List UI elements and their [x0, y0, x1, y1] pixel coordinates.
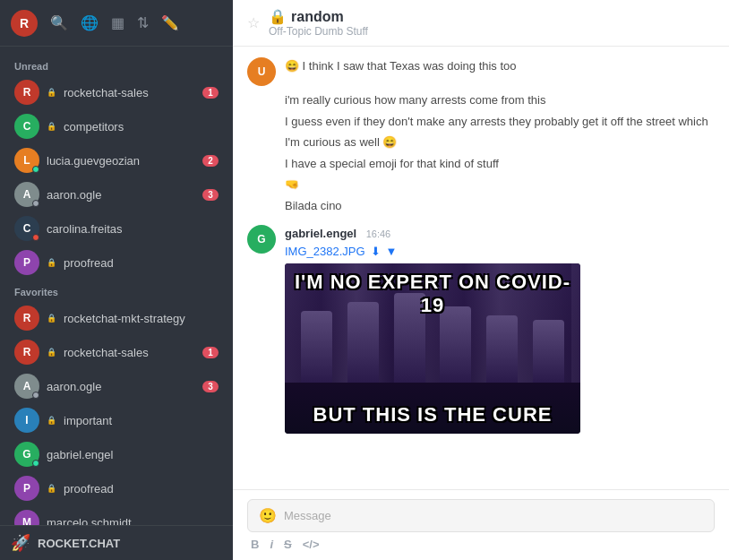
msg-sender: gabriel.engel — [285, 227, 356, 240]
item-name: rocketchat-sales — [64, 86, 195, 99]
lock-icon: 🔒 — [47, 314, 56, 323]
sidebar-item-rocketchat-sales-unread[interactable]: R 🔒 rocketchat-sales 1 — [4, 75, 229, 109]
directory-icon[interactable]: 🌐 — [81, 14, 99, 31]
sidebar-item-rocketchat-sales-fav[interactable]: R 🔒 rocketchat-sales 1 — [4, 335, 229, 369]
item-name: aaron.ogle — [47, 188, 195, 202]
channel-info: 🔒 random Off-Topic Dumb Stuff — [269, 8, 715, 38]
item-name: aaron.ogle — [47, 380, 195, 393]
msg-text: 😄 I think I saw that Texas was doing thi… — [285, 59, 517, 73]
msg-time: 16:46 — [366, 228, 391, 239]
sidebar-item-carolina[interactable]: C carolina.freitas — [4, 211, 229, 246]
image-attachment: IMG_2382.JPG ⬇ ▼ — [285, 245, 715, 434]
simple-msg-3: I guess even if they don't make any arre… — [247, 111, 715, 133]
msg-text: I guess even if they don't make any arre… — [285, 113, 708, 131]
formatting-toolbar: B i S </> — [247, 532, 715, 551]
bold-button[interactable]: B — [251, 538, 259, 551]
sidebar-item-marcelo[interactable]: M marcelo.schmidt — [4, 505, 229, 525]
sidebar-item-important[interactable]: I 🔒 important — [4, 403, 229, 437]
messages-area: U 😄 I think I saw that Texas was doing t… — [233, 47, 729, 489]
message-input[interactable]: Message — [284, 509, 703, 522]
home-icon[interactable]: ▦ — [111, 14, 124, 31]
download-icon[interactable]: ⬇ — [371, 245, 381, 258]
simple-msg-6: 🤜 — [247, 174, 715, 195]
sidebar-header: R 🔍 🌐 ▦ ⇅ ✏️ — [0, 0, 233, 47]
badge: 1 — [202, 347, 219, 358]
msg-text: i'm really curious how many arrests come… — [285, 91, 545, 109]
avatar: C — [14, 216, 39, 241]
avatar: R — [14, 340, 39, 365]
simple-msg-5: I have a special emoji for that kind of … — [247, 153, 715, 175]
lock-icon: 🔒 — [47, 122, 56, 131]
chat-header: ☆ 🔒 random Off-Topic Dumb Stuff — [233, 0, 729, 47]
italic-button[interactable]: i — [270, 538, 273, 551]
main-area: ☆ 🔒 random Off-Topic Dumb Stuff U 😄 I th… — [233, 0, 729, 560]
lock-icon: 🔒 — [47, 88, 56, 97]
badge: 2 — [202, 155, 219, 167]
emoji-button[interactable]: 🙂 — [259, 507, 277, 524]
image-message-group: G gabriel.engel 16:46 IMG_2382.JPG ⬇ ▼ — [247, 225, 715, 434]
item-name: important — [64, 414, 219, 427]
badge: 3 — [202, 189, 219, 201]
strikethrough-button[interactable]: S — [284, 538, 292, 551]
sidebar-item-lucia[interactable]: L lucia.guevgeozian 2 — [4, 143, 229, 177]
lock-icon: 🔒 — [47, 348, 56, 357]
message-group-1: U 😄 I think I saw that Texas was doing t… — [247, 57, 715, 86]
message-input-row: 🙂 Message — [247, 499, 715, 532]
item-name: marcelo.schmidt — [47, 516, 219, 526]
msg-content: 😄 I think I saw that Texas was doing thi… — [285, 57, 715, 75]
sidebar-item-aaron-fav[interactable]: A aaron.ogle 3 — [4, 369, 229, 403]
code-button[interactable]: </> — [303, 538, 320, 551]
expand-icon[interactable]: ▼ — [386, 245, 398, 258]
compose-icon[interactable]: ✏️ — [161, 14, 179, 31]
rocket-label: ROCKET.CHAT — [38, 537, 120, 550]
lock-icon: 🔒 — [47, 484, 56, 493]
image-filename[interactable]: IMG_2382.JPG ⬇ ▼ — [285, 245, 715, 258]
meme-image: I'M NO EXPERT ON COVID-19 BUT THIS IS TH… — [285, 263, 580, 434]
sidebar-item-competitors[interactable]: C 🔒 competitors — [4, 109, 229, 143]
item-name: rocketchat-mkt-strategy — [64, 312, 219, 325]
person-4 — [440, 306, 471, 383]
simple-msg-7: Bilada cino — [247, 195, 715, 217]
sidebar-content: Unread R 🔒 rocketchat-sales 1 C 🔒 compet… — [0, 47, 233, 525]
badge: 3 — [202, 381, 219, 392]
msg-text: 🤜 — [285, 176, 299, 194]
lock-icon: 🔒 — [269, 8, 287, 25]
lock-icon: 🔒 — [47, 416, 56, 425]
avatar: M — [14, 510, 39, 525]
msg-text: Bilada cino — [285, 197, 342, 215]
simple-msg-4: I'm curious as well 😄 — [247, 132, 715, 153]
unread-section-label: Unread — [0, 54, 233, 75]
lock-icon: 🔒 — [47, 258, 56, 267]
msg-avatar: U — [247, 57, 276, 86]
person-6 — [533, 320, 564, 383]
gabriel-avatar: G — [247, 225, 276, 254]
person-1 — [301, 311, 332, 383]
msg-text: I'm curious as well 😄 — [285, 134, 397, 151]
avatar: P — [14, 250, 39, 275]
sidebar-item-aaron[interactable]: A aaron.ogle 3 — [4, 177, 229, 211]
item-name: competitors — [64, 120, 219, 134]
sidebar-item-proofread-fav[interactable]: P 🔒 proofread — [4, 471, 229, 505]
sidebar-item-mkt-strategy[interactable]: R 🔒 rocketchat-mkt-strategy — [4, 301, 229, 335]
channel-name: 🔒 random — [269, 8, 715, 25]
sidebar-item-gabriel[interactable]: G gabriel.engel — [4, 437, 229, 471]
avatar: R — [14, 306, 39, 331]
meme-silhouettes — [285, 314, 580, 383]
simple-msg-2: i'm really curious how many arrests come… — [247, 90, 715, 111]
sidebar-item-proofread-unread[interactable]: P 🔒 proofread — [4, 246, 229, 280]
avatar: P — [14, 476, 39, 501]
favorites-section-label: Favorites — [0, 280, 233, 301]
meme-text-bottom: BUT THIS IS THE CURE — [285, 403, 580, 426]
avatar: R — [14, 80, 39, 105]
search-icon[interactable]: 🔍 — [50, 14, 68, 31]
avatar: A — [14, 182, 39, 207]
avatar: C — [14, 114, 39, 139]
sidebar: R 🔍 🌐 ▦ ⇅ ✏️ Unread R 🔒 rocketchat-sales… — [0, 0, 233, 560]
sidebar-footer: 🚀 ROCKET.CHAT — [0, 525, 233, 560]
avatar: A — [14, 374, 39, 399]
item-name: carolina.freitas — [47, 222, 219, 236]
gabriel-message: G gabriel.engel 16:46 IMG_2382.JPG ⬇ ▼ — [247, 225, 715, 434]
rocket-logo: 🚀 — [11, 533, 30, 553]
star-icon[interactable]: ☆ — [247, 14, 260, 31]
sort-icon[interactable]: ⇅ — [137, 14, 149, 31]
